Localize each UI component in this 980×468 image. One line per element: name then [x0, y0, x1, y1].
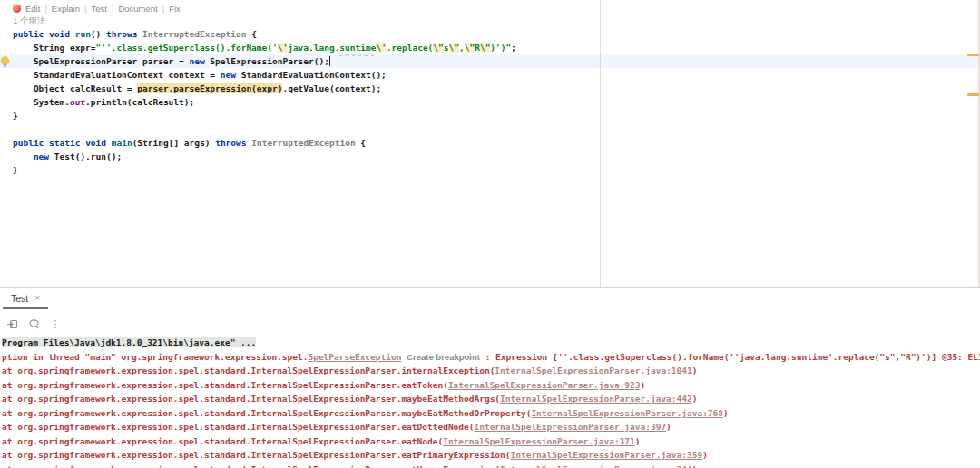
code-line[interactable]: SpelExpressionParser parser = new SpelEx…: [0, 54, 980, 68]
code-token: ,: [459, 43, 465, 53]
code-token: )')": [490, 43, 511, 53]
stack-trace-link[interactable]: InternalSpelExpressionParser.java:923: [448, 380, 641, 390]
console-line: at org.springframework.expression.spel.s…: [0, 364, 980, 378]
code-line[interactable]: }: [0, 163, 980, 177]
code-token: Test().run();: [49, 151, 122, 161]
console-error-text: ): [692, 464, 698, 468]
ai-assistant-icon[interactable]: [13, 5, 21, 13]
code-token: (): [91, 29, 106, 39]
console-line: at org.springframework.expression.spel.s…: [0, 406, 980, 421]
warning-stripe-mark[interactable]: [967, 93, 979, 96]
console-error-text: at org.springframework.expression.spel.s…: [2, 394, 500, 404]
console-error-text: at org.springframework.expression.spel.s…: [2, 422, 474, 432]
code-token: \": [433, 43, 443, 53]
stack-trace-link[interactable]: InternalSpelExpressionParser.java:768: [531, 408, 723, 418]
code-token: out: [70, 97, 85, 107]
console-error-text: at org.springframework.expression.spel.s…: [2, 366, 495, 375]
code-lines: public void run() throws InterruptedExce…: [0, 27, 980, 177]
code-token: "''.class.getSuperclass().forName(': [96, 43, 278, 53]
code-token: \": [449, 43, 459, 53]
console-line: Program Files\Java\jdk1.8.0_321\bin\java…: [0, 336, 980, 350]
code-line[interactable]: public static void main(String[] args) t…: [0, 136, 980, 150]
code-token: {: [246, 29, 256, 39]
code-line[interactable]: String expr="''.class.getSuperclass().fo…: [0, 41, 980, 54]
code-token: void: [49, 29, 70, 39]
tab-test[interactable]: Test ×: [3, 288, 48, 309]
code-token: static: [49, 138, 80, 148]
close-icon[interactable]: ×: [34, 294, 40, 303]
stack-trace-link[interactable]: InternalSpelExpressionParser.java:359: [511, 450, 703, 460]
code-line[interactable]: new Test().run();: [0, 150, 980, 163]
code-token: .println(calcResult);: [85, 97, 194, 107]
code-token: String expr=: [13, 43, 96, 53]
code-token: s: [444, 43, 449, 53]
intention-bulb-icon[interactable]: [0, 56, 10, 68]
code-token: suntime: [339, 43, 376, 53]
console-error-text: ): [666, 422, 671, 432]
code-line[interactable]: }: [0, 109, 980, 122]
code-token: \": [465, 43, 475, 53]
code-token: void: [85, 138, 106, 148]
code-token: \": [480, 43, 490, 53]
code-token: [13, 151, 34, 161]
code-token: main: [112, 138, 132, 148]
code-token: .getValue(context);: [282, 83, 381, 93]
console-error-text: : Expression [''.class.getSuperclass().f…: [480, 352, 980, 362]
console-output[interactable]: Program Files\Java\jdk1.8.0_321\bin\java…: [0, 336, 980, 468]
ai-action-fix[interactable]: Fix: [169, 4, 181, 14]
code-token: \': [278, 43, 288, 53]
ai-action-edit[interactable]: Edit: [25, 4, 40, 14]
console-line: at org.springframework.expression.spel.s…: [0, 420, 980, 434]
console-error-text: ): [702, 450, 708, 460]
separator: |: [44, 4, 46, 14]
code-line[interactable]: [0, 122, 980, 136]
code-token: SpelExpressionParser parser =: [13, 56, 189, 66]
clear-output-icon[interactable]: [27, 317, 40, 330]
code-token: public: [13, 29, 44, 39]
stack-trace-link[interactable]: InternalSpelExpressionParser.java:344: [500, 464, 692, 468]
code-token: \': [376, 43, 386, 53]
separator: |: [84, 4, 86, 14]
code-token: new: [220, 70, 236, 80]
code-token: new: [34, 151, 49, 161]
console-error-text: ption in thread "main" org.springframewo…: [2, 352, 308, 362]
code-token: InterruptedException: [142, 29, 246, 39]
code-token: parser.parseExpression(expr): [137, 83, 282, 93]
ai-actions-inlay: Edit | Explain | Test | Document | Fix: [13, 3, 181, 14]
create-breakpoint-link[interactable]: Create breakpoint: [407, 352, 480, 362]
warning-stripe-mark[interactable]: [967, 54, 979, 56]
code-token: throws: [215, 138, 246, 148]
console-selected-text: Program Files\Java\jdk1.8.0_321\bin\java…: [2, 337, 256, 347]
code-token: {: [356, 138, 366, 148]
ai-action-document[interactable]: Document: [118, 4, 157, 14]
console-line: at org.springframework.expression.spel.s…: [0, 378, 980, 393]
stack-trace-link[interactable]: InternalSpelExpressionParser.java:1041: [495, 366, 691, 375]
code-token: java.lang.: [288, 43, 339, 53]
console-line: at org.springframework.expression.spel.s…: [0, 434, 980, 449]
code-line[interactable]: Object calcResult = parser.parseExpressi…: [0, 82, 980, 95]
right-margin-guide: [600, 0, 601, 287]
console-toolbar: ⋮: [5, 316, 62, 332]
code-token: (String[] args): [132, 138, 216, 148]
code-token: .replace(: [387, 43, 433, 53]
jump-to-source-icon[interactable]: [5, 317, 18, 330]
console-line: at org.springframework.expression.spel.s…: [0, 448, 980, 463]
stack-trace-link[interactable]: InternalSpelExpressionParser.java:371: [443, 436, 635, 446]
stack-trace-link[interactable]: InternalSpelExpressionParser.java:442: [500, 394, 692, 404]
code-line[interactable]: public void run() throws InterruptedExce…: [0, 27, 980, 41]
stack-trace-link[interactable]: SpelParseException: [308, 352, 401, 362]
console-error-text: ): [641, 380, 646, 390]
ai-action-explain[interactable]: Explain: [52, 4, 80, 14]
ai-action-test[interactable]: Test: [91, 4, 106, 14]
tool-window-tabbar: Test ×: [0, 288, 980, 311]
code-token: new: [189, 56, 204, 66]
console-line: ption in thread "main" org.springframewo…: [0, 350, 980, 365]
stack-trace-link[interactable]: InternalSpelExpressionParser.java:397: [474, 422, 666, 432]
code-token: SpelExpressionParser();: [205, 56, 329, 66]
code-line[interactable]: StandardEvaluationContext context = new …: [0, 68, 980, 82]
usages-inlay-hint[interactable]: 1 个用法: [13, 15, 45, 27]
more-options-icon[interactable]: ⋮: [49, 317, 62, 330]
text-caret: [329, 56, 330, 66]
code-editor[interactable]: Edit | Explain | Test | Document | Fix 1…: [0, 0, 980, 288]
code-line[interactable]: System.out.println(calcResult);: [0, 95, 980, 109]
